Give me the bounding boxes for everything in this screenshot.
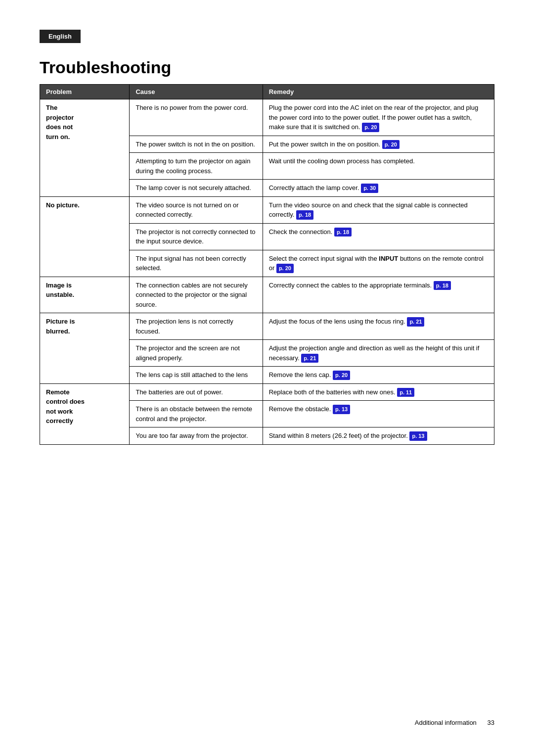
problem-cell: No picture.	[40, 196, 130, 277]
page-ref-badge[interactable]: p. 11	[397, 388, 414, 397]
cause-cell: Attempting to turn the projector on agai…	[130, 153, 263, 180]
remedy-cell: Replace both of the batteries with new o…	[263, 383, 494, 401]
cause-cell: There is an obstacle between the remote …	[130, 401, 263, 427]
page-title: Troubleshooting	[40, 58, 494, 77]
remedy-cell: Put the power switch in the on position.…	[263, 136, 494, 153]
remedy-cell: Wait until the cooling down process has …	[263, 153, 494, 180]
table-row: Image is unstable.The connection cables …	[40, 277, 494, 313]
page-ref-badge[interactable]: p. 13	[333, 405, 350, 414]
cause-cell: The batteries are out of power.	[130, 383, 263, 401]
page-ref-badge[interactable]: p. 20	[333, 371, 350, 380]
col-header-remedy: Remedy	[263, 85, 494, 99]
col-header-cause: Cause	[130, 85, 263, 99]
remedy-cell: Turn the video source on and check that …	[263, 196, 494, 223]
cause-cell: The projector and the screen are not ali…	[130, 340, 263, 367]
page-ref-badge[interactable]: p. 21	[407, 317, 424, 327]
table-row: Picture is blurred.The projection lens i…	[40, 313, 494, 340]
remedy-cell: Correctly connect the cables to the appr…	[263, 277, 494, 313]
remedy-cell: Adjust the focus of the lens using the f…	[263, 313, 494, 340]
problem-cell: Remote control does not work correctly	[40, 383, 130, 444]
remedy-cell: Select the correct input signal with the…	[263, 250, 494, 277]
remedy-cell: Correctly attach the lamp cover. p. 30	[263, 180, 494, 197]
cause-cell: The input signal has not been correctly …	[130, 250, 263, 277]
cause-cell: The video source is not turned on or con…	[130, 196, 263, 223]
cause-cell: You are too far away from the projector.	[130, 427, 263, 445]
cause-cell: The connection cables are not securely c…	[130, 277, 263, 313]
page-ref-badge[interactable]: p. 21	[301, 354, 318, 363]
footer-label: Additional information	[415, 719, 477, 726]
language-tab: English	[40, 30, 81, 43]
remedy-cell: Check the connection. p. 18	[263, 223, 494, 250]
troubleshooting-table: Problem Cause Remedy The projector does …	[40, 84, 494, 445]
table-row: Remote control does not work correctlyTh…	[40, 383, 494, 401]
page-ref-badge[interactable]: p. 20	[362, 123, 379, 132]
problem-cell: Picture is blurred.	[40, 313, 130, 384]
col-header-problem: Problem	[40, 85, 130, 99]
page-ref-badge[interactable]: p. 20	[382, 140, 400, 149]
page-ref-badge[interactable]: p. 18	[296, 210, 313, 220]
page-footer: Additional information 33	[415, 719, 494, 726]
page-ref-badge[interactable]: p. 18	[434, 281, 451, 290]
page-ref-badge[interactable]: p. 13	[409, 431, 427, 441]
table-row: No picture.The video source is not turne…	[40, 196, 494, 223]
page-container: English Troubleshooting Problem Cause Re…	[0, 0, 534, 484]
problem-cell: The projector does not turn on.	[40, 99, 130, 197]
cause-cell: The lens cap is still attached to the le…	[130, 367, 263, 384]
page-ref-badge[interactable]: p. 30	[361, 184, 378, 193]
remedy-cell: Adjust the projection angle and directio…	[263, 340, 494, 367]
remedy-cell: Remove the obstacle. p. 13	[263, 401, 494, 427]
table-row: The projector does not turn on.There is …	[40, 99, 494, 136]
cause-cell: There is no power from the power cord.	[130, 99, 263, 136]
page-ref-badge[interactable]: p. 20	[276, 264, 294, 273]
cause-cell: The projector is not correctly connected…	[130, 223, 263, 250]
remedy-cell: Plug the power cord into the AC inlet on…	[263, 99, 494, 136]
problem-cell: Image is unstable.	[40, 277, 130, 313]
cause-cell: The projection lens is not correctly foc…	[130, 313, 263, 340]
footer-page-number: 33	[488, 719, 494, 726]
cause-cell: The power switch is not in the on positi…	[130, 136, 263, 153]
page-ref-badge[interactable]: p. 18	[334, 228, 352, 237]
remedy-cell: Remove the lens cap. p. 20	[263, 367, 494, 384]
remedy-cell: Stand within 8 meters (26.2 feet) of the…	[263, 427, 494, 445]
cause-cell: The lamp cover is not securely attached.	[130, 180, 263, 197]
